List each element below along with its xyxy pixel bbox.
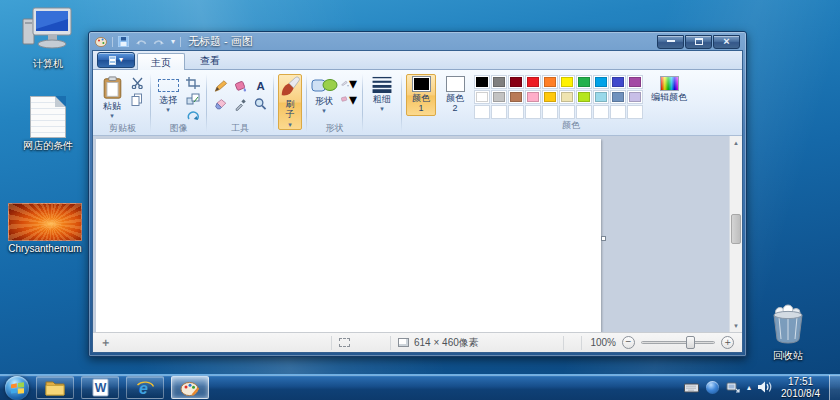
paste-button[interactable]: 粘贴 ▾ [99,74,125,121]
palette-empty-slot[interactable] [576,105,592,119]
paint-menu-icon [109,56,116,65]
desktop-icon-recycle-bin[interactable]: 回收站 [756,304,820,361]
taskbar-button-paint[interactable] [171,376,209,399]
application-menu-button[interactable]: ▾ [97,52,135,68]
tab-home[interactable]: 主页 [137,53,185,70]
zoom-slider[interactable] [641,341,715,344]
scroll-up-icon[interactable]: ▲ [730,136,743,149]
drawing-canvas[interactable] [96,139,601,332]
desktop-icon-document[interactable]: 网店的条件 [16,96,80,151]
palette-color[interactable] [559,90,575,104]
ribbon: 粘贴 ▾ [93,70,742,136]
magnifier-tool-button[interactable] [251,96,269,112]
shapes-group-label: 形状 [307,122,362,135]
taskbar-button-word[interactable]: W [81,376,119,399]
palette-empty-slot[interactable] [559,105,575,119]
palette-color[interactable] [627,90,643,104]
palette-color[interactable] [491,75,507,89]
keyboard-input-icon[interactable] [684,379,699,397]
palette-empty-slot[interactable] [474,105,490,119]
zoom-in-button[interactable]: ＋ [721,336,734,349]
desktop-icon-computer[interactable]: 计算机 [16,6,80,69]
crop-button[interactable] [184,76,202,90]
language-bar-icon[interactable] [706,381,719,394]
copy-button[interactable] [128,92,146,106]
palette-empty-slot[interactable] [627,105,643,119]
palette-color[interactable] [474,75,490,89]
palette-empty-slot[interactable] [610,105,626,119]
palette-color[interactable] [593,90,609,104]
eraser-tool-button[interactable] [211,96,229,112]
palette-color[interactable] [542,90,558,104]
resize-button[interactable] [184,92,202,106]
desktop-icon-chrysanthemum[interactable]: Chrysanthemum [6,203,84,254]
palette-color[interactable] [610,75,626,89]
rotate-button[interactable] [184,108,202,122]
zoom-out-button[interactable]: − [622,336,635,349]
scrollbar-track[interactable] [730,149,743,319]
palette-color[interactable] [508,75,524,89]
chevron-down-icon: ▾ [166,106,170,113]
start-button[interactable] [5,376,29,400]
fill-tool-button[interactable] [231,78,249,94]
undo-button[interactable] [134,35,148,49]
edit-colors-button[interactable]: 编辑颜色 [647,74,691,104]
volume-icon[interactable] [758,379,772,397]
scroll-down-icon[interactable]: ▼ [730,319,743,332]
color-palette [474,74,643,119]
shape-fill-button[interactable]: ▾ [340,92,358,106]
palette-color[interactable] [610,90,626,104]
tab-view[interactable]: 查看 [187,52,233,69]
close-icon: × [723,36,729,47]
palette-color[interactable] [508,90,524,104]
palette-color[interactable] [525,75,541,89]
palette-empty-slot[interactable] [525,105,541,119]
color-picker-tool-button[interactable] [231,96,249,112]
size-button[interactable]: 粗细 ▾ [367,74,397,114]
show-desktop-button[interactable] [829,375,840,400]
palette-color[interactable] [627,75,643,89]
redo-button[interactable] [152,35,166,49]
palette-color[interactable] [559,75,575,89]
outline-icon [341,78,349,88]
save-button[interactable] [117,35,130,49]
zoom-slider-thumb[interactable] [686,336,695,349]
close-button[interactable]: × [713,35,740,49]
text-document-icon [30,96,66,138]
shape-outline-button[interactable]: ▾ [340,76,358,90]
taskbar-button-explorer[interactable] [36,376,74,399]
color1-button[interactable]: 颜色 1 [406,74,436,116]
canvas-resize-handle[interactable] [601,236,606,241]
maximize-button[interactable] [685,35,712,49]
palette-color[interactable] [491,90,507,104]
text-tool-button[interactable]: A [251,78,269,94]
palette-empty-slot[interactable] [593,105,609,119]
shapes-button[interactable]: 形状 ▾ [311,74,337,116]
pencil-tool-button[interactable] [211,78,229,94]
minimize-button[interactable] [657,35,684,49]
palette-color[interactable] [542,75,558,89]
chevron-down-icon: ▾ [288,121,292,128]
scrollbar-thumb[interactable] [731,214,741,244]
cut-button[interactable] [128,76,146,90]
palette-color[interactable] [525,90,541,104]
taskbar-clock[interactable]: 17:51 2010/8/4 [781,376,820,400]
palette-color[interactable] [576,75,592,89]
palette-color[interactable] [474,90,490,104]
palette-empty-slot[interactable] [508,105,524,119]
palette-color[interactable] [593,75,609,89]
show-hidden-icons-button[interactable]: ▴ [747,384,751,392]
quick-access-dropdown[interactable]: ▾ [170,35,176,49]
palette-empty-slot[interactable] [491,105,507,119]
palette-color[interactable] [576,90,592,104]
vertical-scrollbar[interactable]: ▲ ▼ [729,136,742,332]
ribbon-group-shapes: 形状 ▾ ▾ [307,71,362,135]
taskbar-button-internet-explorer[interactable]: e [126,376,164,399]
brush-button[interactable]: 刷子 ▾ [278,74,302,130]
flower-image-thumbnail [8,203,82,241]
pencil-icon [213,79,228,93]
network-icon[interactable] [726,379,740,397]
color2-button[interactable]: 颜色 2 [440,74,470,116]
palette-empty-slot[interactable] [542,105,558,119]
select-button[interactable]: 选择 ▾ [155,74,181,115]
